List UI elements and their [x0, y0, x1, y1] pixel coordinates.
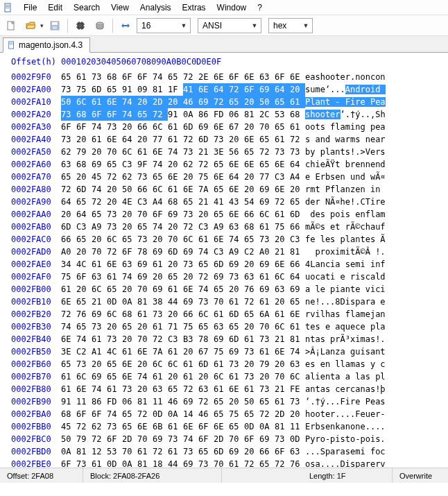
menu-view[interactable]: View: [105, 1, 135, 14]
menu-file[interactable]: File: [18, 1, 42, 14]
ascii-cell[interactable]: >Â¡Lanza guisant: [305, 345, 395, 358]
hex-row[interactable]: 0002FBC05079726F2D706973746F2D706F69730D…: [11, 433, 448, 445]
hex-bytes[interactable]: 73756D659109811F416E64726F696420: [61, 83, 305, 96]
hex-bytes[interactable]: 627920706C616E7473213E5665727373: [61, 146, 305, 158]
ascii-cell[interactable]: mÃ©s et rÃ©chauf: [305, 221, 395, 233]
hex-row[interactable]: 0002FB60657320656E206C6C616D617320792063…: [11, 358, 448, 370]
hex-bytes[interactable]: 2064657320706F697320656E666C616D: [61, 208, 305, 221]
hex-row[interactable]: 0002FAF0756F6361746920652072697363616C64…: [11, 271, 448, 283]
menu-[interactable]: ?: [252, 1, 268, 14]
ascii-cell[interactable]: proximitÃ©Â !.: [305, 246, 395, 258]
hex-bytes[interactable]: 6665206C657320706C616E74657320C3: [61, 233, 305, 246]
ascii-cell[interactable]: alienta a las pl: [305, 370, 395, 383]
hex-bytes[interactable]: 344C616E6369612073656D6920696E66: [61, 258, 305, 271]
hex-bytes[interactable]: 5079726F2D706973746F2D706F69730D: [61, 433, 305, 445]
chevron-down-icon[interactable]: ▼: [301, 22, 311, 29]
ascii-cell[interactable]: eashooter.noncon: [305, 71, 395, 83]
hex-row[interactable]: 0002FBE06F73610D0A8118446973706172657276…: [11, 458, 448, 468]
menu-window[interactable]: Window: [212, 1, 252, 14]
hex-bytes[interactable]: 7276696C68617320666C616D656A616E: [61, 308, 305, 320]
hex-bytes[interactable]: 652045726273656E20756E642077C3A4: [61, 171, 305, 183]
ascii-cell[interactable]: hooter....Feuer-: [305, 408, 395, 420]
base-input[interactable]: [272, 20, 301, 31]
ascii-cell[interactable]: ntas prÃ³ximas!.: [305, 333, 395, 345]
hex-bytes[interactable]: 7320616E64207761726D73206E656172: [61, 133, 305, 146]
new-button[interactable]: [3, 17, 19, 34]
hex-row[interactable]: 0002FBB045726273656E6B616E6F6E650D0A8111…: [11, 420, 448, 433]
hex-bytes[interactable]: 3EC2A14C616E7A612067756973616E74: [61, 345, 305, 358]
hex-bytes[interactable]: 506C616E74202D204669726520506561: [61, 96, 305, 108]
ascii-cell[interactable]: rmt Pflanzen in: [305, 183, 395, 196]
hex-row[interactable]: 0002FAA02064657320706F697320656E666C616D…: [11, 208, 448, 221]
ascii-cell[interactable]: tes e aquece pla: [305, 320, 395, 333]
hex-row[interactable]: 0002F9F0656173686F6F7465722E6E6F6E636F6E…: [11, 71, 448, 83]
ascii-cell[interactable]: 4Lancia semi inf: [305, 258, 395, 271]
ascii-cell[interactable]: e Erbsen und wÃ¤: [305, 171, 395, 183]
ascii-cell[interactable]: antas cercanas!þ: [305, 383, 395, 395]
hex-bytes[interactable]: 616E7461732063657263616E617321FE: [61, 383, 305, 395]
open-button[interactable]: [22, 17, 39, 34]
menu-search[interactable]: Search: [68, 1, 105, 14]
ascii-cell[interactable]: sume‘...Android: [305, 83, 395, 96]
hex-bytes[interactable]: 61206C65207069616E74652076696369: [61, 283, 305, 296]
base-combo[interactable]: ▼: [268, 18, 313, 33]
hex-row[interactable]: 0002FB3074657320652061717565636520706C61…: [11, 320, 448, 333]
ascii-cell[interactable]: s and warms near: [305, 133, 395, 146]
ascii-cell[interactable]: es en llamas y c: [305, 358, 395, 370]
hex-row[interactable]: 0002FAE0344C616E6369612073656D6920696E66…: [11, 258, 448, 271]
encoding-combo[interactable]: ▼: [198, 18, 261, 33]
hex-row[interactable]: 0002FBD00A8112537061726173656D6920666F63…: [11, 445, 448, 458]
hex-row[interactable]: 0002FB70616C69656E74612061206C617320706C…: [11, 370, 448, 383]
columns-input[interactable]: [140, 20, 179, 31]
hex-row[interactable]: 0002FB80616E7461732063657263616E617321FE…: [11, 383, 448, 395]
chevron-down-icon[interactable]: ▼: [179, 22, 189, 29]
width-button[interactable]: [117, 17, 134, 34]
menu-analysis[interactable]: Analysis: [135, 1, 177, 14]
hex-bytes[interactable]: 756F6361746920652072697363616C64: [61, 271, 305, 283]
hex-bytes[interactable]: 656173686F6F7465722E6E6F6E636F6E: [61, 71, 305, 83]
ascii-cell[interactable]: ‘.†ý...Fire Peas: [305, 395, 395, 408]
chip-button[interactable]: [72, 17, 89, 34]
hex-bytes[interactable]: 6E65210D0A8138446973706172612065: [61, 296, 305, 308]
hex-row[interactable]: 0002FAD0A02070726F78696D6974C3A9C2A02181…: [11, 246, 448, 258]
hex-row[interactable]: 0002FA2073686F6F746572910A86FD06812C5368…: [11, 108, 448, 121]
ascii-cell[interactable]: osa....Disparerv: [305, 458, 395, 468]
hex-bytes[interactable]: 6F6F747320666C616D696E6720706561: [61, 121, 305, 133]
hex-bytes[interactable]: 686F6F7465720D0A1446657565722D20: [61, 408, 305, 420]
hex-row[interactable]: 0002FA407320616E64207761726D73206E656172…: [11, 133, 448, 146]
ascii-cell[interactable]: des pois enflam: [305, 208, 395, 221]
hex-row[interactable]: 0002FB406E746173207072C3B378696D61732181…: [11, 333, 448, 345]
hex-view[interactable]: 0002F9F0656173686F6F7465722E6E6F6E636F6E…: [0, 71, 448, 468]
hex-bytes[interactable]: 657320656E206C6C616D617320792063: [61, 358, 305, 370]
ascii-cell[interactable]: a le piante vici: [305, 283, 395, 296]
ascii-cell[interactable]: chieÃŸt brennend: [305, 158, 395, 171]
ascii-cell[interactable]: Pyro-pisto-pois.: [305, 433, 395, 445]
ascii-cell[interactable]: der NÃ¤he!.CTire: [305, 196, 395, 208]
hex-bytes[interactable]: 0A8112537061726173656D6920666F63: [61, 445, 305, 458]
hex-row[interactable]: 0002FA6063686965C39F74206272656E6E656E64…: [11, 158, 448, 171]
ascii-cell[interactable]: by plants!.>Vers: [305, 146, 395, 158]
hex-row[interactable]: 0002FA0073756D659109811F416E64726F696420…: [11, 83, 448, 96]
hex-row[interactable]: 0002FBA0686F6F7465720D0A1446657565722D20…: [11, 408, 448, 420]
hex-row[interactable]: 0002FB503EC2A14C616E7A612067756973616E74…: [11, 345, 448, 358]
hex-row[interactable]: 0002FAC06665206C657320706C616E74657320C3…: [11, 233, 448, 246]
ascii-cell[interactable]: rvilhas flamejan: [305, 308, 395, 320]
hex-row[interactable]: 0002FAB06DC3A9732065742072C3A96368617566…: [11, 221, 448, 233]
tab-file[interactable]: magento.json.4.3: [3, 37, 90, 53]
menu-extras[interactable]: Extras: [177, 1, 212, 14]
hex-bytes[interactable]: 45726273656E6B616E6F6E650D0A8111: [61, 420, 305, 433]
hex-row[interactable]: 0002FA50627920706C616E7473213E5665727373…: [11, 146, 448, 158]
ascii-cell[interactable]: oots flaming pea: [305, 121, 395, 133]
hex-bytes[interactable]: 73686F6F746572910A86FD06812C5368: [61, 108, 305, 121]
ascii-cell[interactable]: ne!...8Dispara e: [305, 296, 395, 308]
ascii-cell[interactable]: Erbsenkanone....: [305, 420, 395, 433]
hex-bytes[interactable]: 726D742050666C616E7A656E20696E20: [61, 183, 305, 196]
hex-bytes[interactable]: 616C69656E74612061206C617320706C: [61, 370, 305, 383]
hex-row[interactable]: 0002FB90911186FD068111466972652050656173…: [11, 395, 448, 408]
ascii-cell[interactable]: fe les plantes Ã: [305, 233, 395, 246]
ascii-cell[interactable]: ...Sparasemi foc: [305, 445, 395, 458]
hex-row[interactable]: 0002FB106E65210D0A8138446973706172612065…: [11, 296, 448, 308]
save-button[interactable]: [46, 17, 63, 34]
chevron-down-icon[interactable]: ▼: [250, 22, 259, 29]
hex-bytes[interactable]: 911186FD068111466972652050656173: [61, 395, 305, 408]
